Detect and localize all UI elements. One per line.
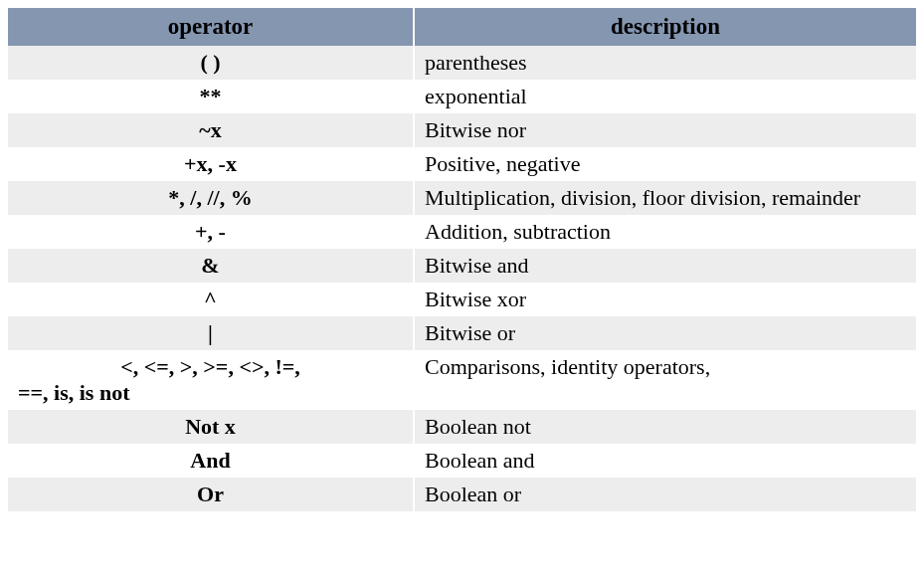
table-row: +, - Addition, subtraction: [8, 215, 916, 249]
table-row: Not x Boolean not: [8, 410, 916, 444]
cell-operator: |: [8, 316, 414, 350]
cell-operator: **: [8, 80, 414, 113]
cell-description: Multiplication, division, floor division…: [414, 181, 916, 215]
table-row: +x, -x Positive, negative: [8, 147, 916, 181]
table-row: <, <=, >, >=, <>, !=, ==, is, is not Com…: [8, 350, 916, 410]
cell-operator: <, <=, >, >=, <>, !=, ==, is, is not: [8, 350, 414, 410]
cell-operator: +, -: [8, 215, 414, 249]
table-row: ~x Bitwise nor: [8, 113, 916, 147]
table-row: | Bitwise or: [8, 316, 916, 350]
cell-description: Comparisons, identity operators,: [414, 350, 916, 410]
cell-description: Positive, negative: [414, 147, 916, 181]
cell-operator: And: [8, 444, 414, 478]
cell-description: Bitwise xor: [414, 283, 916, 316]
cell-description: Addition, subtraction: [414, 215, 916, 249]
cell-operator: &: [8, 249, 414, 283]
table-row: Or Boolean or: [8, 478, 916, 511]
cell-operator: *, /, //, %: [8, 181, 414, 215]
cell-operator: ^: [8, 283, 414, 316]
cell-operator: Or: [8, 478, 414, 511]
cell-description: Bitwise nor: [414, 113, 916, 147]
cell-operator: +x, -x: [8, 147, 414, 181]
cell-description: exponential: [414, 80, 916, 113]
header-description: description: [414, 8, 916, 46]
cell-description: Bitwise or: [414, 316, 916, 350]
operator-line2: ==, is, is not: [18, 380, 403, 406]
table-row: ** exponential: [8, 80, 916, 113]
table-row: ^ Bitwise xor: [8, 283, 916, 316]
table-row: ( ) parentheses: [8, 46, 916, 80]
table-row: And Boolean and: [8, 444, 916, 478]
cell-operator: Not x: [8, 410, 414, 444]
cell-description: Bitwise and: [414, 249, 916, 283]
cell-operator: ( ): [8, 46, 414, 80]
cell-description: Boolean and: [414, 444, 916, 478]
cell-description: Boolean or: [414, 478, 916, 511]
operator-precedence-table: operator description ( ) parentheses ** …: [8, 8, 916, 511]
table-row: & Bitwise and: [8, 249, 916, 283]
cell-description: parentheses: [414, 46, 916, 80]
cell-operator: ~x: [8, 113, 414, 147]
table-header-row: operator description: [8, 8, 916, 46]
operator-line1: <, <=, >, >=, <>, !=,: [18, 354, 403, 380]
header-operator: operator: [8, 8, 414, 46]
table-row: *, /, //, % Multiplication, division, fl…: [8, 181, 916, 215]
cell-description: Boolean not: [414, 410, 916, 444]
